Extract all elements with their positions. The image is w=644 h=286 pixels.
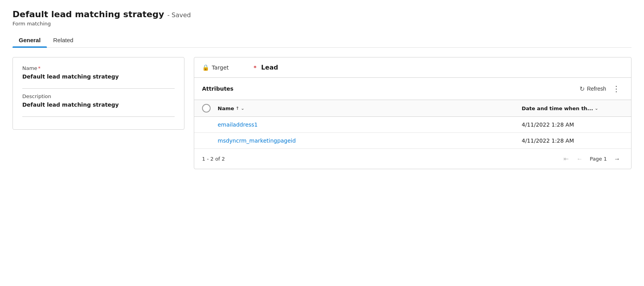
refresh-label: Refresh (587, 86, 606, 92)
refresh-icon: ↻ (580, 85, 585, 93)
page-title: Default lead matching strategy - Saved (13, 9, 631, 19)
attributes-title: Attributes (202, 86, 576, 92)
refresh-button[interactable]: ↻ Refresh (576, 84, 609, 94)
table-row: msdyncrm_marketingpageid 4/11/2022 1:28 … (194, 133, 631, 149)
col-date-chevron-icon[interactable]: ⌄ (595, 106, 598, 111)
name-label: Name* (22, 65, 175, 71)
col-name-chevron-icon[interactable]: ⌄ (241, 106, 244, 111)
name-value: Default lead matching strategy (22, 73, 175, 84)
tab-general[interactable]: General (13, 33, 47, 47)
name-required-star: * (38, 65, 41, 71)
header-checkbox-col (202, 104, 218, 113)
page-label: Page 1 (587, 156, 609, 162)
page-title-text: Default lead matching strategy (13, 9, 164, 19)
pagination-info: 1 - 2 of 2 (202, 156, 225, 162)
target-row: 🔒 Target * Lead (194, 57, 631, 78)
more-options-button[interactable]: ⋮ (609, 83, 623, 94)
description-value: Default lead matching strategy (22, 102, 175, 112)
select-all-checkbox[interactable] (202, 104, 211, 113)
main-layout: Name* Default lead matching strategy Des… (13, 57, 631, 169)
tab-related[interactable]: Related (47, 33, 80, 47)
col-name-label: Name (218, 105, 234, 111)
next-page-button[interactable]: → (611, 154, 623, 164)
row-date-2: 4/11/2022 1:28 AM (522, 138, 574, 144)
lock-icon: 🔒 (202, 64, 209, 71)
page-subtitle: Form matching (13, 21, 631, 27)
row-name-link-1[interactable]: emailaddress1 (218, 122, 258, 128)
row-date-1: 4/11/2022 1:28 AM (522, 122, 574, 128)
saved-label: - Saved (167, 11, 191, 19)
attributes-header: Attributes ↻ Refresh ⋮ (194, 78, 631, 100)
description-label: Description (22, 93, 175, 99)
first-page-button[interactable]: ⇤ (560, 154, 572, 164)
sort-asc-icon: ↑ (236, 106, 239, 111)
pagination-controls: ⇤ ← Page 1 → (560, 154, 623, 164)
prev-page-button[interactable]: ← (573, 154, 586, 164)
pagination-row: 1 - 2 of 2 ⇤ ← Page 1 → (194, 149, 631, 169)
name-field-group: Name* Default lead matching strategy (22, 65, 175, 84)
target-required-star: * (254, 64, 256, 71)
row-name-link-2[interactable]: msdyncrm_marketingpageid (218, 138, 296, 144)
col-header-name: Name ↑ ⌄ (218, 105, 522, 111)
col-date-label: Date and time when th... (522, 105, 593, 111)
description-divider (22, 116, 175, 117)
left-panel: Name* Default lead matching strategy Des… (13, 57, 184, 130)
target-label: 🔒 Target (202, 64, 249, 71)
col-header-date: Date and time when th... ⌄ (522, 105, 623, 111)
tab-bar: General Related (13, 33, 631, 48)
target-value: Lead (261, 64, 278, 71)
table-row: emailaddress1 4/11/2022 1:28 AM (194, 117, 631, 133)
right-panel: 🔒 Target * Lead Attributes ↻ Refresh ⋮ N… (194, 57, 631, 169)
name-divider (22, 88, 175, 89)
description-field-group: Description Default lead matching strate… (22, 93, 175, 112)
table-header: Name ↑ ⌄ Date and time when th... ⌄ (194, 100, 631, 117)
